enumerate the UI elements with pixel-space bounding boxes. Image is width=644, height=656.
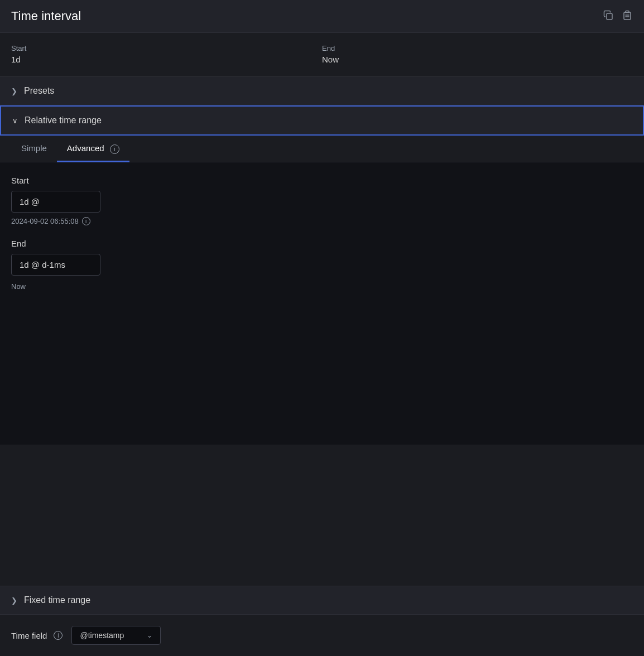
start-summary-value: 1d xyxy=(11,55,322,64)
copy-icon[interactable] xyxy=(603,9,614,23)
fixed-time-range-section[interactable]: ❯ Fixed time range xyxy=(0,586,644,615)
start-input[interactable]: 1d @ xyxy=(11,191,100,213)
start-summary-label: Start xyxy=(11,44,322,52)
tabs-bar: Simple Advanced i xyxy=(0,136,644,162)
start-timestamp: 2024-09-02 06:55:08 i xyxy=(11,217,633,225)
svg-rect-0 xyxy=(607,13,612,20)
svg-rect-1 xyxy=(624,12,631,20)
fixed-time-range-label: Fixed time range xyxy=(24,595,90,605)
time-field-select[interactable]: @timestamp ⌄ xyxy=(71,626,161,645)
end-summary-label: End xyxy=(322,44,633,52)
header-actions xyxy=(603,9,633,23)
presets-section[interactable]: ❯ Presets xyxy=(0,77,644,105)
end-now-text: Now xyxy=(11,282,633,291)
paste-icon[interactable] xyxy=(622,9,633,23)
time-interval-panel: Time interval Start 1d xyxy=(0,0,644,656)
time-field-label: Time field xyxy=(11,631,47,640)
presets-chevron-icon: ❯ xyxy=(11,87,17,95)
time-field-row: Time field i @timestamp ⌄ xyxy=(0,615,644,656)
panel-title: Time interval xyxy=(11,9,81,23)
time-field-select-value: @timestamp xyxy=(80,631,124,640)
start-field-label: Start xyxy=(11,176,633,185)
advanced-content: Start 1d @ 2024-09-02 06:55:08 i End 1d … xyxy=(0,162,644,445)
relative-time-range-label: Relative time range xyxy=(25,115,102,126)
advanced-info-icon: i xyxy=(110,144,119,154)
start-timestamp-info-icon: i xyxy=(82,217,90,225)
relative-time-range-chevron-icon: ∨ xyxy=(12,117,18,125)
time-field-info-icon: i xyxy=(54,631,63,640)
presets-label: Presets xyxy=(24,86,54,96)
time-summary: Start 1d End Now xyxy=(0,33,644,77)
tab-advanced[interactable]: Advanced i xyxy=(57,136,129,162)
time-field-chevron-down-icon: ⌄ xyxy=(147,631,152,639)
start-summary: Start 1d xyxy=(11,44,322,64)
end-field-label: End xyxy=(11,239,633,248)
end-input[interactable]: 1d @ d-1ms xyxy=(11,254,100,276)
fixed-time-range-chevron-icon: ❯ xyxy=(11,596,17,605)
end-summary-value: Now xyxy=(322,55,633,64)
end-summary: End Now xyxy=(322,44,633,64)
relative-time-range-section[interactable]: ∨ Relative time range xyxy=(0,105,644,136)
tab-simple[interactable]: Simple xyxy=(11,136,57,162)
panel-header: Time interval xyxy=(0,0,644,33)
